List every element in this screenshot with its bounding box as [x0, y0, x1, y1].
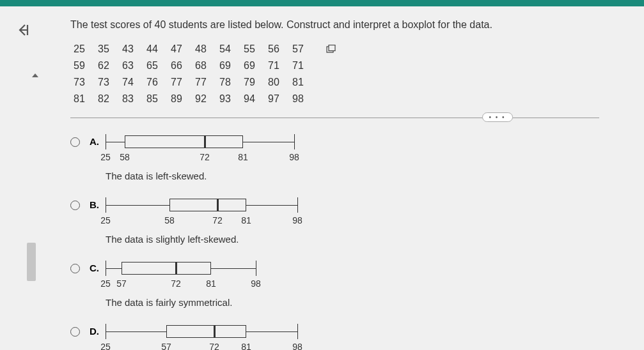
- option-c: C. 25 57 72 81 98 The data is fairly sym: [70, 261, 352, 308]
- data-cell: 69: [244, 60, 268, 72]
- window-titlebar: [0, 0, 644, 6]
- data-cell: 25: [74, 43, 98, 55]
- popout-icon[interactable]: [326, 45, 336, 56]
- svg-rect-1: [329, 45, 335, 51]
- data-cell: 55: [244, 43, 268, 55]
- data-cell: 74: [122, 77, 146, 88]
- tick-label: 72: [209, 342, 219, 350]
- tick-label: 98: [292, 342, 302, 350]
- tick-label: 25: [100, 152, 111, 162]
- tick-label: 81: [206, 278, 216, 289]
- data-cell: 79: [244, 77, 268, 88]
- more-dots-button[interactable]: • • •: [482, 112, 513, 122]
- data-cell: 47: [171, 43, 195, 55]
- tick-label: 25: [100, 278, 111, 289]
- data-cell: 93: [219, 93, 244, 105]
- data-cell: 69: [219, 60, 244, 72]
- data-row: 25 35 43 44 47 48 54 55 56 57: [74, 43, 631, 55]
- data-cell: 83: [122, 93, 146, 105]
- tick-label: 81: [238, 152, 248, 162]
- radio-b[interactable]: [70, 201, 80, 210]
- data-cell: 48: [195, 43, 219, 55]
- data-cell: 54: [219, 43, 244, 55]
- data-cell: 85: [146, 93, 171, 105]
- option-b: B. 25 58 72 81 98 The data is slightly l: [70, 197, 352, 245]
- data-cell: 76: [146, 77, 171, 88]
- boxplot-a: 25 58 72 81 98: [106, 134, 352, 163]
- tick-label: 57: [161, 342, 171, 350]
- tick-label: 98: [289, 152, 299, 162]
- data-cell: 73: [74, 77, 98, 88]
- data-cell: 80: [268, 77, 292, 88]
- interpretation: The data is fairly symmetrical.: [106, 297, 352, 308]
- tick-label: 81: [241, 342, 251, 350]
- data-cell: 77: [195, 77, 219, 88]
- tick-label: 58: [120, 152, 130, 162]
- data-cell: 78: [219, 77, 244, 88]
- data-cell: 98: [292, 93, 317, 105]
- option-d: D. 25 57 72 81 98 The data is slightly l: [70, 324, 352, 350]
- data-cell: 44: [146, 43, 171, 55]
- tick-label: 72: [200, 152, 210, 162]
- tick-label: 57: [116, 278, 127, 289]
- data-row: 59 62 63 65 66 68 69 69 71 71: [74, 60, 631, 72]
- tick-label: 25: [100, 342, 111, 350]
- data-cell: 59: [74, 60, 98, 72]
- data-cell: 81: [292, 77, 317, 88]
- divider: [70, 118, 599, 118]
- data-cell: 77: [171, 77, 195, 88]
- tick-label: 72: [212, 215, 223, 225]
- data-cell: 92: [195, 93, 219, 105]
- boxplot-b: 25 58 72 81 98: [106, 197, 352, 226]
- tick-label: 98: [251, 278, 261, 289]
- radio-c[interactable]: [70, 264, 80, 273]
- data-cell: 62: [98, 60, 122, 72]
- data-cell: 56: [268, 43, 292, 55]
- data-cell: 65: [146, 60, 171, 72]
- data-cell: 63: [122, 60, 146, 72]
- back-arrow-icon[interactable]: [16, 22, 34, 40]
- boxplot-c: 25 57 72 81 98: [106, 261, 352, 289]
- data-cell: 81: [74, 93, 98, 105]
- interpretation: The data is left-skewed.: [106, 171, 352, 181]
- data-cell: 71: [268, 60, 292, 72]
- data-cell: 57: [292, 43, 317, 55]
- data-cell: 82: [98, 93, 122, 105]
- data-row: 81 82 83 85 89 92 93 94 97 98: [74, 93, 631, 105]
- data-table: 25 35 43 44 47 48 54 55 56 57 59 62 63 6…: [74, 43, 631, 105]
- caret-up-icon[interactable]: [32, 73, 38, 77]
- data-cell: 94: [244, 93, 268, 105]
- page-content: The test scores of 40 students are liste…: [0, 6, 644, 350]
- tick-label: 81: [241, 215, 251, 225]
- tick-label: 72: [171, 278, 181, 289]
- data-cell: 68: [195, 60, 219, 72]
- option-a: A. 25 58 72 81 98 The data is left-skewe: [70, 134, 352, 181]
- scrollbar-thumb[interactable]: [27, 243, 36, 281]
- data-cell: 71: [292, 60, 317, 72]
- radio-a[interactable]: [70, 137, 80, 147]
- data-cell: 97: [268, 93, 292, 105]
- data-row: 73 73 74 76 77 77 78 79 80 81: [74, 77, 631, 88]
- tick-label: 58: [164, 215, 175, 225]
- data-cell: 43: [122, 43, 146, 55]
- interpretation: The data is slightly left-skewed.: [106, 234, 352, 245]
- data-cell: 35: [98, 43, 122, 55]
- data-cell: 73: [98, 77, 122, 88]
- data-cell: 66: [171, 60, 195, 72]
- question-text: The test scores of 40 students are liste…: [70, 19, 631, 31]
- radio-d[interactable]: [70, 327, 80, 337]
- boxplot-d: 25 57 72 81 98: [106, 324, 352, 350]
- options-grid: A. 25 58 72 81 98 The data is left-skewe: [70, 134, 631, 350]
- tick-label: 25: [100, 215, 111, 225]
- tick-label: 98: [292, 215, 302, 225]
- data-cell: 89: [171, 93, 195, 105]
